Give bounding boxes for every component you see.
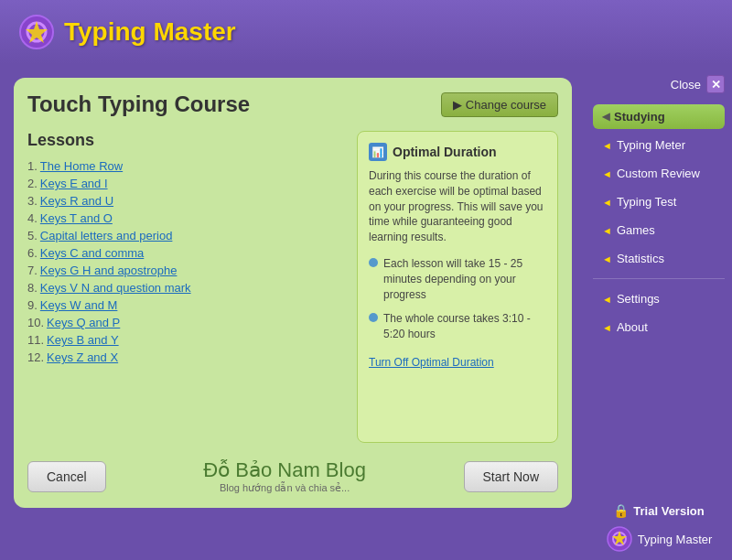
lesson-link[interactable]: Keys V N and question mark [40,281,191,295]
turn-off-duration-link[interactable]: Turn Off Optimal Duration [369,356,546,369]
lesson-link[interactable]: Keys E and I [40,177,108,190]
sidebar-item-label: Studying [614,110,665,124]
app-header: Typing Master [0,0,732,64]
trial-badge: 🔒 Trial Version [613,503,704,518]
close-bar: Close ✕ [593,71,725,101]
list-item: 3.Keys R and U [27,194,343,208]
nav-arrow-icon: ◄ [602,197,612,208]
blog-subtitle: Blog hướng dẫn và chia sẻ... [106,482,464,494]
lesson-link[interactable]: Keys T and O [40,211,113,225]
sidebar-item-label: About [617,320,648,334]
sidebar-item-typing-test[interactable]: ◄ Typing Test [593,189,725,214]
list-item: 6.Keys C and comma [27,246,343,260]
sidebar-item-games[interactable]: ◄ Games [593,218,725,242]
lessons-title: Lessons [27,131,343,150]
nav-divider [593,278,725,279]
nav-arrow-icon: ◄ [602,294,612,305]
sidebar-logo: Typing Master [606,525,713,553]
lessons-section: Lessons 1.The Home Row 2.Keys E and I 3.… [27,131,343,443]
lesson-link[interactable]: Keys C and comma [40,246,144,260]
close-button[interactable]: ✕ [706,75,725,93]
sidebar-item-label: Typing Meter [617,138,685,152]
sidebar-item-label: Settings [617,292,660,306]
nav-arrow-icon: ◀ [602,111,609,123]
sidebar-item-label: Statistics [617,252,664,265]
duration-description: During this course the duration of each … [369,168,546,245]
list-item: 9.Keys W and M [27,298,343,312]
list-item: 10.Keys Q and P [27,316,343,329]
list-item: 5.Capital letters and period [27,229,343,242]
sidebar-item-label: Games [617,223,655,237]
course-header: Touch Typing Course ▶ Change course [27,92,558,117]
course-title: Touch Typing Course [27,92,250,117]
change-course-button[interactable]: ▶ Change course [441,92,558,117]
cancel-button[interactable]: Cancel [27,461,106,492]
sidebar-item-typing-meter[interactable]: ◄ Typing Meter [593,133,725,157]
duration-bullet-1: Each lesson will take 15 - 25 minutes de… [369,256,546,302]
list-item: 12.Keys Z and X [27,350,343,364]
duration-bullet-2: The whole course takes 3:10 - 5:20 hours [369,311,546,342]
lesson-link[interactable]: Keys W and M [40,298,118,312]
duration-header: 📊 Optimal Duration [369,143,546,161]
list-item: 1.The Home Row [27,159,343,173]
nav-arrow-icon: ◄ [602,168,612,179]
sidebar-item-settings[interactable]: ◄ Settings [593,286,725,311]
sidebar-logo-icon [606,525,633,553]
sidebar-item-label: Typing Test [617,195,677,209]
course-body: Lessons 1.The Home Row 2.Keys E and I 3.… [27,131,558,443]
sidebar-item-custom-review[interactable]: ◄ Custom Review [593,161,725,186]
course-footer: Cancel Đỗ Bảo Nam Blog Blog hướng dẫn và… [27,454,558,494]
bullet-dot [369,258,378,267]
lesson-link[interactable]: Capital letters and period [40,229,173,242]
nav-arrow-icon: ◄ [602,322,612,333]
bullet-dot [369,313,378,322]
sidebar-bottom: 🔒 Trial Version Typing Master [593,503,725,553]
list-item: 4.Keys T and O [27,211,343,225]
sidebar-item-studying[interactable]: ◀ Studying [593,104,725,129]
start-now-button[interactable]: Start Now [464,461,558,492]
sidebar-logo-text: Typing Master [638,533,713,546]
lesson-link[interactable]: Keys B and Y [47,333,119,347]
duration-box: 📊 Optimal Duration During this course th… [357,131,558,443]
course-panel: Touch Typing Course ▶ Change course Less… [14,78,572,508]
sidebar-item-statistics[interactable]: ◄ Statistics [593,246,725,271]
sidebar-item-label: Custom Review [617,167,700,180]
content-area: Touch Typing Course ▶ Change course Less… [0,64,586,560]
right-sidebar: Close ✕ ◀ Studying ◄ Typing Meter ◄ Cust… [586,64,732,560]
nav-arrow-icon: ◄ [602,225,612,236]
lock-icon: 🔒 [613,503,629,518]
main-layout: Touch Typing Course ▶ Change course Less… [0,64,732,560]
lesson-link[interactable]: Keys G H and apostrophe [40,264,178,277]
lesson-link[interactable]: Keys Q and P [47,316,120,329]
sidebar-item-about[interactable]: ◄ About [593,315,725,339]
list-item: 2.Keys E and I [27,177,343,190]
close-label: Close [671,78,701,92]
nav-arrow-icon: ◄ [602,140,612,151]
duration-icon: 📊 [369,143,387,161]
app-logo-icon [18,14,55,50]
app-title: Typing Master [64,17,236,47]
duration-title: Optimal Duration [393,145,497,159]
blog-name: Đỗ Bảo Nam Blog [106,458,464,482]
lesson-link[interactable]: Keys Z and X [47,350,118,364]
blog-branding: Đỗ Bảo Nam Blog Blog hướng dẫn và chia s… [106,458,464,494]
nav-arrow-icon: ◄ [602,253,612,264]
lesson-link[interactable]: The Home Row [40,159,123,173]
lessons-list: 1.The Home Row 2.Keys E and I 3.Keys R a… [27,159,343,364]
trial-label: Trial Version [633,504,704,518]
list-item: 7.Keys G H and apostrophe [27,264,343,277]
list-item: 8.Keys V N and question mark [27,281,343,295]
lesson-link[interactable]: Keys R and U [40,194,113,208]
list-item: 11.Keys B and Y [27,333,343,347]
